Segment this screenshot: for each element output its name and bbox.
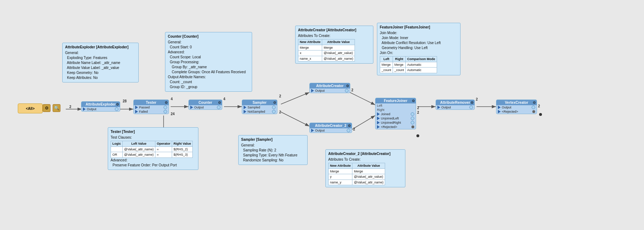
svg-line-9 xyxy=(348,116,375,132)
td-ac-namex-val: @Value(_attr_name) xyxy=(322,56,355,61)
node-attr-creator2-title: AttributeCreator_2 xyxy=(310,123,352,128)
info-content-feature-joiner: Join Mode: Join Mode: Inner Attribute Co… xyxy=(380,31,458,73)
node-tester-gear[interactable]: ⚙ xyxy=(165,101,168,105)
port-label-fj-ur: UnjoinedRight xyxy=(381,121,401,124)
source-search[interactable]: 🔍 xyxy=(53,104,60,112)
node-feature-joiner-gear[interactable]: ⚙ xyxy=(412,99,415,103)
node-vertex-creator[interactable]: VertexCreator ⚙ Output <Rejected> xyxy=(496,100,537,114)
port-circle-ac2-output[interactable] xyxy=(347,129,350,132)
port-circle-counter-output[interactable] xyxy=(217,106,220,109)
badge-4-counter: 4 xyxy=(223,97,225,101)
port-label-passed: Passed xyxy=(139,106,150,109)
port-triangle-ac-output xyxy=(311,89,314,92)
th-fj-right: Right xyxy=(393,57,406,62)
port-triangle-counter-output xyxy=(190,106,193,109)
td-ac2-namey: name_y xyxy=(329,180,352,185)
td-fj-count-c: Automatic xyxy=(406,68,437,73)
port-row-ac-output: Output xyxy=(310,89,350,93)
port-label-sampled: Sampled xyxy=(248,106,260,109)
node-attribute-exploder-gear[interactable]: ⚙ xyxy=(116,102,119,106)
th-logic: Logic xyxy=(111,141,123,147)
info-title-attr-creator: AttributeCreator [AttributeCreator] xyxy=(298,28,371,33)
svg-line-8 xyxy=(348,92,375,105)
th-right: Right Value xyxy=(172,141,193,147)
port-triangle-sampled xyxy=(244,106,246,109)
badge-2-sampler: 2 xyxy=(279,94,281,98)
port-circle-ar-output[interactable] xyxy=(469,106,473,109)
badge-2-vc: 2 xyxy=(538,104,540,108)
port-label-ac-output: Output xyxy=(315,89,325,92)
td-ac2-y-val: @Value(_attr_value) xyxy=(352,174,385,180)
node-attr-creator[interactable]: AttributeCreator ⚙ Output xyxy=(309,83,350,93)
port-circle-fj-joined[interactable] xyxy=(411,112,414,116)
ac2-table: New AttributeAttribute Value MergeMerge … xyxy=(328,163,385,185)
node-vertex-creator-gear[interactable]: ⚙ xyxy=(533,101,536,105)
port-circle-fj-ur[interactable] xyxy=(411,121,414,124)
port-label-notsampled: NotSampled xyxy=(248,110,265,113)
td-fj-merge-r: Merge xyxy=(393,62,406,68)
info-title-counter: Counter [Counter] xyxy=(168,34,249,39)
port-row-notsampled: NotSampled xyxy=(242,109,277,114)
node-attribute-exploder-title: AttributeExploder xyxy=(81,102,120,107)
badge-2-fj2: 2 xyxy=(417,111,419,114)
node-tester[interactable]: Tester ⚙ Passed Failed xyxy=(133,100,169,114)
th-left: Left Value xyxy=(123,141,155,147)
node-attr-creator2[interactable]: AttributeCreator_2 ⚙ Output xyxy=(309,123,352,133)
node-attr-creator-gear[interactable]: ⚙ xyxy=(346,84,349,88)
td-op2: = xyxy=(155,152,172,158)
port-label-fj-ul: UnjoinedLeft xyxy=(381,117,399,120)
node-attr-remover-gear[interactable]: ⚙ xyxy=(470,101,474,105)
port-row-fj-ul: UnjoinedLeft xyxy=(376,116,416,121)
port-row-counter-output: Output xyxy=(189,105,222,109)
td-right1: $(RHS_2) xyxy=(172,146,193,152)
source-label: <All> xyxy=(26,107,34,111)
node-attr-creator2-gear[interactable]: ⚙ xyxy=(348,124,351,128)
node-vertex-creator-title: VertexCreator xyxy=(496,100,537,105)
port-row-fj-rej: <Rejected> xyxy=(376,125,416,129)
port-circle-failed[interactable] xyxy=(164,110,167,113)
badge-28: 28 xyxy=(123,99,127,103)
th-ac-val: Attribute Value xyxy=(322,39,355,45)
node-counter-gear[interactable]: ⚙ xyxy=(218,101,221,105)
source-gear[interactable]: ⚙ xyxy=(43,104,50,112)
td-fj-count-r: _count xyxy=(393,68,406,73)
node-attr-remover[interactable]: AttributeRemover ⚙ Output xyxy=(436,100,475,110)
port-circle-fj-ul[interactable] xyxy=(411,117,414,120)
ac-table: New AttributeAttribute Value MergeMerge … xyxy=(298,39,355,61)
port-dot-fj-rej xyxy=(411,125,414,128)
node-sampler-title: Sampler xyxy=(242,100,277,105)
info-content-attr-creator: Attributes To Create: New AttributeAttri… xyxy=(298,33,371,61)
node-feature-joiner[interactable]: FeatureJoiner ⚙ Left Right Joined Unjoin… xyxy=(375,98,416,129)
node-sampler-gear[interactable]: ⚙ xyxy=(273,101,276,105)
svg-point-13 xyxy=(416,134,419,137)
port-row-output: Output xyxy=(81,107,120,111)
node-feature-joiner-title: FeatureJoiner xyxy=(376,98,416,103)
port-circle-ac-output[interactable] xyxy=(345,89,348,92)
info-title-feature-joiner: FeatureJoiner [FeatureJoiner] xyxy=(380,25,458,30)
port-label-counter-output: Output xyxy=(194,106,204,109)
node-sampler[interactable]: Sampler ⚙ Sampled NotSampled xyxy=(242,100,277,114)
port-dot-vc-rej xyxy=(532,110,535,113)
port-circle-notsampled[interactable] xyxy=(272,110,276,113)
info-content-tester: Test Clauses: LogicLeft ValueOperatorRig… xyxy=(111,135,196,168)
port-circle-passed[interactable] xyxy=(164,106,167,109)
port-label-fj-rej: <Rejected> xyxy=(381,125,397,129)
td-ac2-namey-val: @Value(_attr_name) xyxy=(352,180,385,185)
node-attribute-exploder[interactable]: AttributeExploder ⚙ Output xyxy=(81,101,120,112)
info-box-counter: Counter [Counter] General: Count Start: … xyxy=(165,32,252,92)
node-counter[interactable]: Counter ⚙ Output xyxy=(188,100,222,110)
info-title-tester: Tester [Tester] xyxy=(111,129,196,134)
port-row-vc-rej: <Rejected> xyxy=(496,109,537,114)
port-label-ac2-output: Output xyxy=(315,129,325,132)
td-right2: $(RHS_3) xyxy=(172,152,193,158)
port-circle-sampled[interactable] xyxy=(272,106,276,109)
source-node[interactable]: <All> xyxy=(18,103,43,113)
port-circle-vc-output[interactable] xyxy=(532,106,535,109)
info-content-attr-creator2: Attributes To Create: New AttributeAttri… xyxy=(328,157,403,185)
node-tester-title: Tester xyxy=(134,100,169,105)
td-op1: = xyxy=(155,146,172,152)
td-ac-x-val: @Value(_attr_value) xyxy=(322,50,355,56)
td-ac-x: x xyxy=(298,50,322,56)
tester-table: LogicLeft ValueOperatorRight Value @Valu… xyxy=(111,141,193,158)
port-circle-output[interactable] xyxy=(115,107,118,111)
